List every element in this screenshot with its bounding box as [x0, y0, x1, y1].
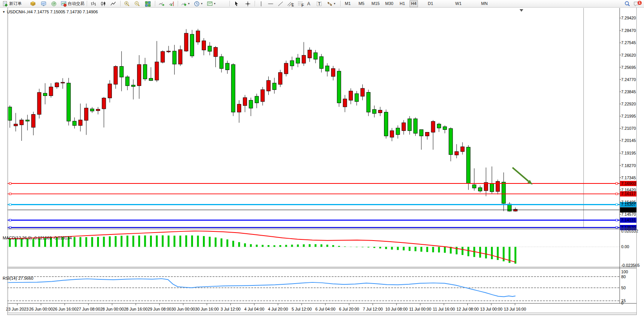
search-button[interactable]	[623, 0, 631, 7]
macd-bar	[338, 246, 340, 247]
line-handle[interactable]	[9, 193, 11, 195]
cursor-tool-button[interactable]	[233, 0, 240, 7]
candle-body	[513, 209, 517, 211]
candle-body	[20, 120, 24, 125]
tab-timeframe-w1[interactable]: W1	[454, 0, 463, 6]
macd-bar	[126, 236, 128, 247]
macd-bar	[403, 247, 405, 250]
candlestick-chart-button[interactable]	[99, 0, 107, 7]
horizontal-line-tool-button[interactable]	[267, 0, 274, 7]
macd-bar	[250, 244, 252, 247]
candle-body	[337, 71, 341, 103]
new-order-button[interactable]: 新订单	[2, 0, 22, 7]
price-line-label: 7.16117	[621, 191, 636, 196]
macd-bar	[421, 247, 422, 252]
candle-body	[49, 87, 53, 96]
text-label-tool-button[interactable]: T	[315, 0, 323, 7]
macd-bar	[273, 245, 275, 247]
chart-menu-triangle-icon[interactable]: ▼	[2, 10, 5, 14]
time-axis-label: 4 Jul 04:00	[244, 307, 265, 311]
auto-scroll-button[interactable]	[158, 0, 166, 7]
line-handle[interactable]	[9, 204, 11, 206]
periods-button[interactable]: ▾	[193, 0, 203, 7]
line-handle[interactable]	[9, 183, 11, 185]
line-handle[interactable]	[616, 183, 618, 185]
macd-bar	[414, 247, 416, 251]
candle-body	[490, 183, 494, 191]
line-handle[interactable]	[9, 219, 11, 221]
candle	[414, 118, 418, 136]
candle-body	[414, 119, 418, 133]
price-axis-label: 7.22920	[621, 102, 636, 106]
trendline-icon	[277, 1, 284, 7]
trendline-tool-button[interactable]	[277, 0, 284, 7]
strategy-tester-button[interactable]	[50, 0, 58, 7]
notifications-button[interactable]: 1	[633, 0, 641, 7]
candle-body	[84, 108, 88, 120]
macd-bar	[297, 244, 299, 247]
bar-chart-button[interactable]	[89, 0, 97, 7]
market-watch-button[interactable]	[29, 0, 37, 7]
line-handle[interactable]	[616, 219, 618, 221]
macd-scale-min: -0.023565	[621, 263, 639, 268]
channel-tool-button[interactable]: E	[286, 0, 295, 7]
candle-body	[155, 62, 159, 80]
line-handle[interactable]	[616, 193, 618, 195]
indicators-icon	[181, 1, 187, 7]
svg-text:T: T	[318, 2, 321, 6]
time-axis-label: 13 Jul 00:00	[480, 307, 502, 311]
autotrading-button[interactable]: 自动交易	[60, 0, 85, 7]
terminal-window-button[interactable]	[40, 0, 48, 7]
fibonacci-tool-button[interactable]: F	[296, 0, 305, 7]
autotrading-label: 自动交易	[68, 1, 84, 6]
candle-body	[61, 82, 65, 83]
price-axis-label: 7.24770	[621, 77, 636, 82]
macd-bar	[409, 247, 411, 251]
toolbar-separator	[120, 1, 121, 6]
tile-windows-button[interactable]	[144, 0, 152, 7]
time-axis-label: 6 Jul 04:00	[316, 307, 336, 311]
indicators-button[interactable]: ▾	[180, 0, 190, 7]
price-chart[interactable]: 7.169037.161177.153077.149067.141317.135…	[0, 7, 644, 322]
candle-body	[384, 112, 388, 136]
price-axis-label: 7.17345	[621, 175, 636, 180]
macd-bar	[167, 236, 169, 247]
rsi-scale-label: 80	[621, 274, 626, 279]
price-axis-label: 7.28470	[621, 28, 636, 33]
price-axis-label: 7.20145	[621, 138, 636, 143]
line-chart-button[interactable]	[109, 0, 117, 7]
zoom-in-button[interactable]	[123, 0, 131, 7]
bar-chart-icon	[90, 1, 97, 7]
macd-bar	[85, 237, 87, 247]
text-tool-button[interactable]: A	[306, 0, 311, 7]
tab-timeframe-h1[interactable]: H1	[398, 0, 406, 6]
price-line-label: 7.14906	[621, 207, 636, 212]
price-axis-label: 7.18270	[621, 163, 636, 168]
chart-shift-button[interactable]	[168, 0, 176, 7]
radar-icon	[51, 1, 57, 7]
macd-bar	[279, 245, 281, 247]
crosshair-tool-button[interactable]	[244, 0, 252, 7]
macd-bar	[144, 236, 146, 247]
tab-timeframe-m15[interactable]: M15	[370, 0, 381, 6]
macd-bar	[368, 247, 370, 248]
tab-timeframe-m1[interactable]: M1	[343, 0, 352, 6]
tab-timeframe-d1[interactable]: D1	[426, 0, 435, 6]
tab-timeframe-m30[interactable]: M30	[384, 0, 395, 6]
arrows-tool-button[interactable]: ▾	[326, 0, 336, 7]
tile-windows-icon	[145, 1, 151, 7]
candle-body	[167, 51, 171, 52]
macd-bar	[150, 236, 152, 247]
tab-timeframe-mn[interactable]: MN	[480, 0, 489, 6]
candle-body	[108, 84, 112, 98]
zoom-out-button[interactable]	[133, 0, 141, 7]
vertical-line-tool-button[interactable]	[258, 0, 265, 7]
templates-button[interactable]: ▾	[206, 0, 216, 7]
time-axis-label: 13 Jul 16:00	[504, 307, 526, 311]
line-handle[interactable]	[616, 204, 618, 206]
time-axis-label: 28 Jun 00:00	[100, 307, 124, 311]
macd-bar	[256, 245, 258, 247]
tab-timeframe-h4[interactable]: H4	[410, 0, 418, 7]
time-axis-label: 30 Jun 16:00	[195, 307, 218, 311]
tab-timeframe-m5[interactable]: M5	[357, 0, 366, 6]
